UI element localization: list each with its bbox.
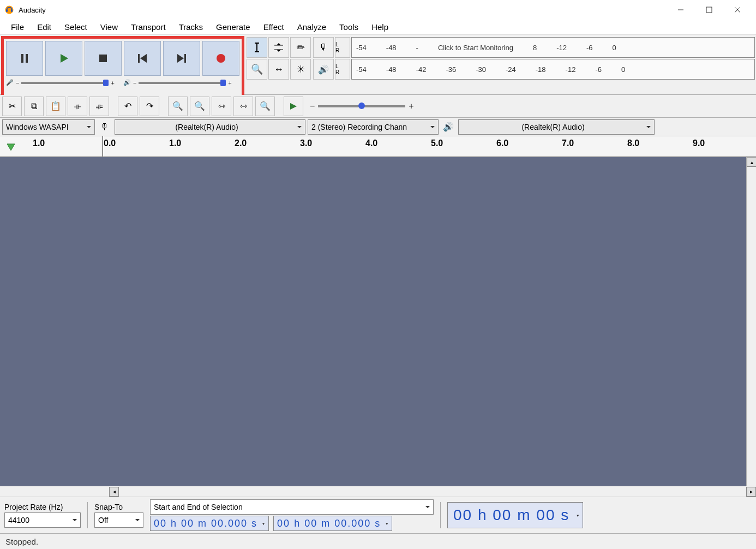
silence-button[interactable]: ⟚ [89, 96, 109, 116]
menu-help[interactable]: Help [365, 20, 395, 34]
recording-volume-slider[interactable]: 🎤−+ [6, 79, 115, 86]
paste-button[interactable]: 📋 [46, 96, 65, 116]
snap-to-select[interactable]: Off [94, 512, 143, 528]
menu-edit[interactable]: Edit [31, 20, 58, 34]
svg-marker-9 [61, 54, 68, 63]
close-button[interactable] [723, 0, 752, 20]
record-meter[interactable]: -54-48-Click to Start Monitoring8-12-60 [351, 37, 755, 58]
svg-marker-22 [277, 50, 281, 52]
play-at-speed-button[interactable] [284, 96, 303, 116]
status-bar: Stopped. [0, 534, 756, 549]
svg-marker-13 [177, 54, 184, 63]
svg-rect-10 [99, 55, 107, 62]
mic-icon: 🎤 [6, 79, 14, 86]
snap-to-label: Snap-To [94, 503, 143, 511]
record-meter-icon[interactable]: 🎙 [313, 37, 334, 58]
edit-toolbar: ✂ ⧉ 📋 ⟛ ⟚ ↶ ↷ 🔍 🔍 ⇿ ⇿ 🔍 −+ [0, 95, 756, 118]
selection-mode-select[interactable]: Start and End of Selection [150, 499, 434, 515]
svg-marker-21 [277, 43, 281, 45]
redo-button[interactable]: ↷ [140, 96, 159, 116]
menu-generate[interactable]: Generate [209, 20, 257, 34]
project-rate-label: Project Rate (Hz) [4, 503, 81, 511]
fit-project-button[interactable]: ⇿ [233, 96, 253, 116]
playback-volume-slider[interactable]: 🔊−+ [123, 79, 232, 86]
device-toolbar: Windows WASAPI 🎙 (Realtek(R) Audio) 2 (S… [0, 118, 756, 136]
audio-host-select[interactable]: Windows WASAPI [2, 119, 95, 135]
recording-channels-select[interactable]: 2 (Stereo) Recording Chann [308, 119, 439, 135]
menu-analyze[interactable]: Analyze [291, 20, 333, 34]
zoom-toggle-button[interactable]: 🔍 [255, 96, 275, 116]
audio-position-display[interactable]: 00 h 00 m 00 s [447, 502, 583, 528]
svg-rect-8 [26, 54, 28, 63]
horizontal-scrollbar[interactable]: ◂ ▸ [0, 486, 756, 497]
mic-device-icon: 🎙 [97, 119, 112, 135]
play-button[interactable] [45, 41, 82, 76]
skip-start-button[interactable] [124, 41, 161, 76]
zoom-out-button[interactable]: 🔍 [190, 96, 209, 116]
speaker-device-icon: 🔊 [441, 119, 456, 135]
status-text: Stopped. [5, 537, 38, 546]
playhead-cursor[interactable] [103, 136, 103, 156]
titlebar: Audacity [0, 0, 756, 20]
svg-rect-4 [706, 7, 712, 13]
vscroll-up-icon[interactable]: ▴ [747, 157, 756, 167]
menu-tools[interactable]: Tools [333, 20, 365, 34]
toolbar-main: 🎤−+ 🔊−+ ✏ 🔍 ↔ ✳ 🎙 LR -54-48-Click to Sta… [0, 35, 756, 95]
multi-tool[interactable]: ✳ [290, 59, 311, 80]
cut-button[interactable]: ✂ [2, 96, 22, 116]
selection-start-input[interactable]: 00 h 00 m 00.000 s [150, 516, 269, 531]
zoom-in-button[interactable]: 🔍 [168, 96, 188, 116]
maximize-button[interactable] [695, 0, 723, 20]
menu-effect[interactable]: Effect [257, 20, 291, 34]
hscroll-right-icon[interactable]: ▸ [746, 487, 756, 497]
menu-tracks[interactable]: Tracks [172, 20, 209, 34]
record-meter-lr: LR [335, 37, 350, 58]
draw-tool[interactable]: ✏ [290, 37, 311, 58]
tools-toolbar: ✏ 🔍 ↔ ✳ [247, 37, 311, 80]
undo-button[interactable]: ↶ [118, 96, 137, 116]
svg-marker-24 [7, 144, 15, 150]
selection-tool[interactable] [247, 37, 267, 58]
svg-rect-7 [21, 54, 23, 63]
svg-rect-1 [6, 9, 8, 12]
svg-rect-2 [11, 9, 13, 12]
svg-marker-23 [290, 103, 297, 110]
hscroll-left-icon[interactable]: ◂ [109, 487, 119, 497]
vertical-scrollbar[interactable]: ▴ [746, 157, 756, 486]
meters-toolbar: 🎙 LR -54-48-Click to Start Monitoring8-1… [313, 37, 755, 80]
menu-file[interactable]: File [4, 20, 31, 34]
playback-meter-icon[interactable]: 🔊 [313, 59, 334, 80]
timeshift-tool[interactable]: ↔ [268, 59, 289, 80]
pause-button[interactable] [6, 41, 43, 76]
menubar: File Edit Select View Transport Tracks G… [0, 20, 756, 35]
menu-view[interactable]: View [94, 20, 124, 34]
skip-end-button[interactable] [163, 41, 200, 76]
track-panel[interactable]: ▴ [0, 157, 756, 486]
svg-marker-12 [140, 54, 147, 63]
copy-button[interactable]: ⧉ [24, 96, 44, 116]
playback-meter[interactable]: -54-48-42-36-30-24-18-12-60 [351, 59, 755, 80]
menu-select[interactable]: Select [58, 20, 94, 34]
titlebar-title: Audacity [19, 6, 667, 14]
recording-device-select[interactable]: (Realtek(R) Audio) [115, 119, 305, 135]
playback-device-select[interactable]: (Realtek(R) Audio) [458, 119, 655, 135]
record-button[interactable] [202, 41, 239, 76]
timeline-ruler[interactable]: 1.0 0.0 1.0 2.0 3.0 4.0 5.0 6.0 7.0 8.0 … [0, 136, 756, 157]
timeline-pin-icon[interactable] [0, 136, 22, 156]
envelope-tool[interactable] [268, 37, 289, 58]
zoom-tool[interactable]: 🔍 [247, 59, 267, 80]
selection-end-input[interactable]: 00 h 00 m 00.000 s [273, 516, 392, 531]
menu-transport[interactable]: Transport [124, 20, 172, 34]
minimize-button[interactable] [667, 0, 695, 20]
playback-speed-slider[interactable]: −+ [310, 101, 414, 111]
app-icon [4, 5, 14, 15]
selection-toolbar: Project Rate (Hz) 44100 Snap-To Off Star… [0, 497, 756, 534]
stop-button[interactable] [85, 41, 122, 76]
trim-button[interactable]: ⟛ [68, 96, 87, 116]
speaker-icon: 🔊 [123, 79, 131, 86]
svg-point-15 [217, 54, 225, 63]
svg-rect-11 [138, 54, 140, 63]
project-rate-select[interactable]: 44100 [4, 512, 81, 528]
playback-meter-lr: LR [335, 59, 350, 80]
fit-selection-button[interactable]: ⇿ [212, 96, 231, 116]
